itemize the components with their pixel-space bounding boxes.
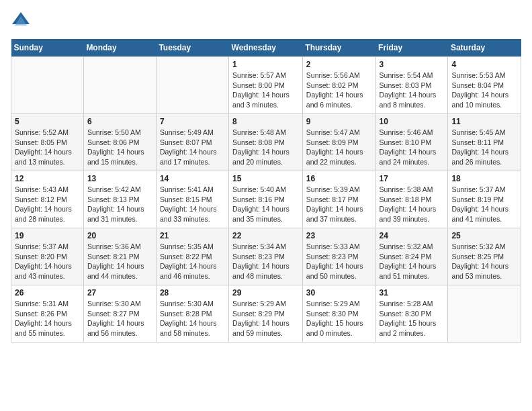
- day-number: 10: [380, 117, 445, 126]
- calendar-header-sunday: Sunday: [11, 39, 84, 57]
- day-number: 17: [380, 174, 445, 183]
- calendar-week-row: 1Sunrise: 5:57 AM Sunset: 8:00 PM Daylig…: [11, 57, 521, 114]
- calendar-cell: 6Sunrise: 5:50 AM Sunset: 8:06 PM Daylig…: [83, 114, 156, 171]
- calendar-cell: [83, 57, 156, 114]
- day-info: Sunrise: 5:38 AM Sunset: 8:18 PM Dayligh…: [380, 185, 445, 224]
- day-info: Sunrise: 5:39 AM Sunset: 8:17 PM Dayligh…: [306, 185, 372, 224]
- day-number: 25: [451, 231, 517, 240]
- day-info: Sunrise: 5:29 AM Sunset: 8:29 PM Dayligh…: [232, 299, 299, 338]
- day-number: 15: [232, 174, 299, 183]
- calendar-cell: 25Sunrise: 5:32 AM Sunset: 8:25 PM Dayli…: [448, 228, 521, 285]
- calendar-cell: 29Sunrise: 5:29 AM Sunset: 8:29 PM Dayli…: [229, 285, 303, 342]
- calendar-cell: 8Sunrise: 5:48 AM Sunset: 8:08 PM Daylig…: [229, 114, 303, 171]
- day-info: Sunrise: 5:30 AM Sunset: 8:27 PM Dayligh…: [87, 299, 152, 338]
- day-info: Sunrise: 5:48 AM Sunset: 8:08 PM Dayligh…: [232, 128, 299, 167]
- day-info: Sunrise: 5:53 AM Sunset: 8:04 PM Dayligh…: [451, 71, 517, 110]
- calendar-cell: 3Sunrise: 5:54 AM Sunset: 8:03 PM Daylig…: [375, 57, 448, 114]
- day-info: Sunrise: 5:32 AM Sunset: 8:24 PM Dayligh…: [380, 242, 445, 281]
- calendar-cell: [156, 57, 228, 114]
- day-info: Sunrise: 5:49 AM Sunset: 8:07 PM Dayligh…: [160, 128, 225, 167]
- calendar-cell: 10Sunrise: 5:46 AM Sunset: 8:10 PM Dayli…: [375, 114, 448, 171]
- calendar-cell: 19Sunrise: 5:37 AM Sunset: 8:20 PM Dayli…: [11, 228, 84, 285]
- day-number: 12: [15, 174, 80, 183]
- day-number: 19: [15, 231, 80, 240]
- calendar-cell: 7Sunrise: 5:49 AM Sunset: 8:07 PM Daylig…: [156, 114, 228, 171]
- calendar-cell: 13Sunrise: 5:42 AM Sunset: 8:13 PM Dayli…: [83, 171, 156, 228]
- day-info: Sunrise: 5:36 AM Sunset: 8:21 PM Dayligh…: [87, 242, 152, 281]
- day-info: Sunrise: 5:56 AM Sunset: 8:02 PM Dayligh…: [306, 71, 372, 110]
- day-number: 14: [160, 174, 225, 183]
- calendar-cell: 30Sunrise: 5:29 AM Sunset: 8:30 PM Dayli…: [302, 285, 375, 342]
- calendar-header-wednesday: Wednesday: [229, 39, 303, 57]
- day-info: Sunrise: 5:28 AM Sunset: 8:30 PM Dayligh…: [380, 299, 445, 338]
- day-info: Sunrise: 5:52 AM Sunset: 8:05 PM Dayligh…: [15, 128, 80, 167]
- calendar-cell: 27Sunrise: 5:30 AM Sunset: 8:27 PM Dayli…: [83, 285, 156, 342]
- calendar-cell: 21Sunrise: 5:35 AM Sunset: 8:22 PM Dayli…: [156, 228, 228, 285]
- day-info: Sunrise: 5:57 AM Sunset: 8:00 PM Dayligh…: [232, 71, 299, 110]
- day-number: 16: [306, 174, 372, 183]
- day-number: 11: [451, 117, 517, 126]
- day-number: 23: [306, 231, 372, 240]
- day-number: 1: [232, 60, 299, 69]
- day-number: 18: [451, 174, 517, 183]
- calendar-cell: 12Sunrise: 5:43 AM Sunset: 8:12 PM Dayli…: [11, 171, 84, 228]
- day-number: 2: [306, 60, 372, 69]
- calendar-week-row: 5Sunrise: 5:52 AM Sunset: 8:05 PM Daylig…: [11, 114, 521, 171]
- day-info: Sunrise: 5:34 AM Sunset: 8:23 PM Dayligh…: [232, 242, 299, 281]
- day-info: Sunrise: 5:43 AM Sunset: 8:12 PM Dayligh…: [15, 185, 80, 224]
- calendar-cell: 15Sunrise: 5:40 AM Sunset: 8:16 PM Dayli…: [229, 171, 303, 228]
- calendar-header-saturday: Saturday: [448, 39, 521, 57]
- day-info: Sunrise: 5:50 AM Sunset: 8:06 PM Dayligh…: [87, 128, 152, 167]
- calendar-table: SundayMondayTuesdayWednesdayThursdayFrid…: [11, 39, 521, 342]
- calendar-cell: 2Sunrise: 5:56 AM Sunset: 8:02 PM Daylig…: [302, 57, 375, 114]
- day-info: Sunrise: 5:37 AM Sunset: 8:20 PM Dayligh…: [15, 242, 80, 281]
- calendar-cell: 1Sunrise: 5:57 AM Sunset: 8:00 PM Daylig…: [229, 57, 303, 114]
- calendar-cell: 4Sunrise: 5:53 AM Sunset: 8:04 PM Daylig…: [448, 57, 521, 114]
- calendar-week-row: 26Sunrise: 5:31 AM Sunset: 8:26 PM Dayli…: [11, 285, 521, 342]
- logo: [11, 11, 34, 31]
- calendar-cell: 16Sunrise: 5:39 AM Sunset: 8:17 PM Dayli…: [302, 171, 375, 228]
- calendar-cell: 22Sunrise: 5:34 AM Sunset: 8:23 PM Dayli…: [229, 228, 303, 285]
- day-number: 29: [232, 288, 299, 298]
- day-info: Sunrise: 5:41 AM Sunset: 8:15 PM Dayligh…: [160, 185, 225, 224]
- calendar-header-monday: Monday: [83, 39, 156, 57]
- day-info: Sunrise: 5:33 AM Sunset: 8:23 PM Dayligh…: [306, 242, 372, 281]
- day-info: Sunrise: 5:31 AM Sunset: 8:26 PM Dayligh…: [15, 299, 80, 338]
- calendar-cell: 23Sunrise: 5:33 AM Sunset: 8:23 PM Dayli…: [302, 228, 375, 285]
- calendar-cell: 31Sunrise: 5:28 AM Sunset: 8:30 PM Dayli…: [375, 285, 448, 342]
- calendar-header-row: SundayMondayTuesdayWednesdayThursdayFrid…: [11, 39, 521, 57]
- calendar-cell: [448, 285, 521, 342]
- day-number: 24: [380, 231, 445, 240]
- day-number: 8: [232, 117, 299, 126]
- day-number: 3: [380, 60, 445, 69]
- day-number: 4: [451, 60, 517, 69]
- day-info: Sunrise: 5:42 AM Sunset: 8:13 PM Dayligh…: [87, 185, 152, 224]
- calendar-cell: 14Sunrise: 5:41 AM Sunset: 8:15 PM Dayli…: [156, 171, 228, 228]
- day-info: Sunrise: 5:47 AM Sunset: 8:09 PM Dayligh…: [306, 128, 372, 167]
- calendar-cell: 18Sunrise: 5:37 AM Sunset: 8:19 PM Dayli…: [448, 171, 521, 228]
- page-header: [11, 11, 521, 31]
- calendar-header-tuesday: Tuesday: [156, 39, 228, 57]
- calendar-cell: 17Sunrise: 5:38 AM Sunset: 8:18 PM Dayli…: [375, 171, 448, 228]
- calendar-cell: 28Sunrise: 5:30 AM Sunset: 8:28 PM Dayli…: [156, 285, 228, 342]
- calendar-cell: 20Sunrise: 5:36 AM Sunset: 8:21 PM Dayli…: [83, 228, 156, 285]
- day-number: 22: [232, 231, 299, 240]
- calendar-cell: 24Sunrise: 5:32 AM Sunset: 8:24 PM Dayli…: [375, 228, 448, 285]
- day-info: Sunrise: 5:32 AM Sunset: 8:25 PM Dayligh…: [451, 242, 517, 281]
- calendar-week-row: 19Sunrise: 5:37 AM Sunset: 8:20 PM Dayli…: [11, 228, 521, 285]
- calendar-week-row: 12Sunrise: 5:43 AM Sunset: 8:12 PM Dayli…: [11, 171, 521, 228]
- day-number: 27: [87, 288, 152, 298]
- day-info: Sunrise: 5:54 AM Sunset: 8:03 PM Dayligh…: [380, 71, 445, 110]
- day-info: Sunrise: 5:35 AM Sunset: 8:22 PM Dayligh…: [160, 242, 225, 281]
- logo-icon: [11, 11, 31, 31]
- day-info: Sunrise: 5:37 AM Sunset: 8:19 PM Dayligh…: [451, 185, 517, 224]
- day-number: 31: [380, 288, 445, 298]
- day-number: 21: [160, 231, 225, 240]
- day-number: 26: [15, 288, 80, 298]
- calendar-cell: 11Sunrise: 5:45 AM Sunset: 8:11 PM Dayli…: [448, 114, 521, 171]
- day-info: Sunrise: 5:45 AM Sunset: 8:11 PM Dayligh…: [451, 128, 517, 167]
- calendar-cell: 5Sunrise: 5:52 AM Sunset: 8:05 PM Daylig…: [11, 114, 84, 171]
- day-number: 6: [87, 117, 152, 126]
- calendar-header-friday: Friday: [375, 39, 448, 57]
- day-info: Sunrise: 5:40 AM Sunset: 8:16 PM Dayligh…: [232, 185, 299, 224]
